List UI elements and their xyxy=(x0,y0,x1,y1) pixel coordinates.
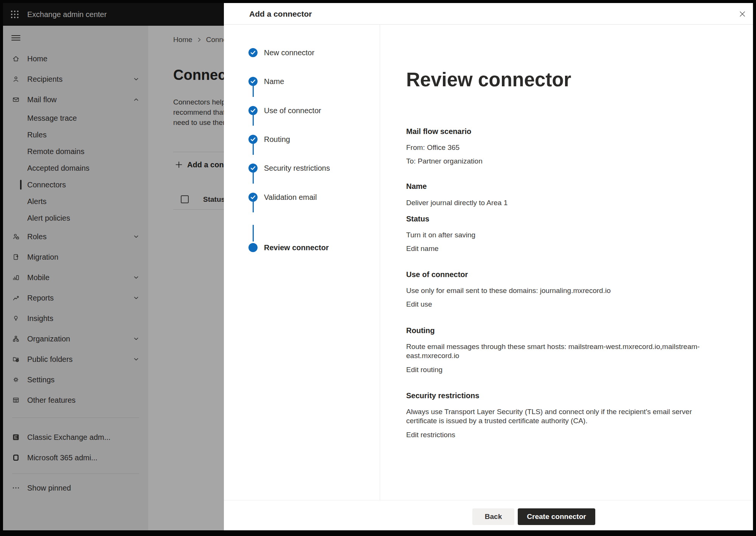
step-check-icon xyxy=(248,193,258,202)
step-label: Name xyxy=(264,77,284,86)
connector-name-value: Deliver journal directly to Area 1 xyxy=(406,198,753,207)
wizard-step-security-restrictions[interactable]: Security restrictions xyxy=(248,164,330,173)
section-title-security-restrictions: Security restrictions xyxy=(406,391,753,400)
wizard-step-new-connector[interactable]: New connector xyxy=(248,48,314,57)
step-label: Use of connector xyxy=(264,106,321,115)
review-content: Review connector Mail flow scenario From… xyxy=(380,25,753,500)
screenshot-frame: Exchange admin center Home Recipients xyxy=(0,0,756,536)
wizard-steps: New connector Name Use of connector Rout… xyxy=(224,25,380,500)
section-title-use-of-connector: Use of connector xyxy=(406,270,753,279)
routing-value-line: Route email messages through these smart… xyxy=(406,342,753,351)
step-label: Routing xyxy=(264,135,290,144)
review-heading: Review connector xyxy=(406,68,753,91)
section-title-mail-flow-scenario: Mail flow scenario xyxy=(406,127,753,136)
panel-title: Add a connector xyxy=(249,3,312,25)
section-title-status: Status xyxy=(406,214,753,223)
step-check-icon xyxy=(248,48,258,57)
close-icon xyxy=(739,10,746,18)
edit-routing-link[interactable]: Edit routing xyxy=(406,365,442,374)
create-connector-button[interactable]: Create connector xyxy=(518,508,595,525)
mail-flow-to: To: Partner organization xyxy=(406,157,753,166)
step-check-icon xyxy=(248,164,258,173)
step-check-icon xyxy=(248,77,258,86)
panel-footer: Back Create connector xyxy=(224,500,753,530)
edit-restrictions-link[interactable]: Edit restrictions xyxy=(406,430,455,439)
step-check-icon xyxy=(248,106,258,115)
panel-header: Add a connector xyxy=(224,3,753,25)
step-label: Review connector xyxy=(264,243,329,252)
wizard-step-name[interactable]: Name xyxy=(248,77,284,86)
use-of-connector-value: Use only for email sent to these domains… xyxy=(406,286,753,295)
edit-name-link[interactable]: Edit name xyxy=(406,244,439,253)
back-button[interactable]: Back xyxy=(472,508,514,525)
step-label: New connector xyxy=(264,48,314,57)
step-connector-line xyxy=(253,225,254,242)
security-value-line: certificate is issued by a trusted certi… xyxy=(406,416,753,425)
mail-flow-from: From: Office 365 xyxy=(406,143,753,152)
wizard-step-review-connector[interactable]: Review connector xyxy=(248,243,329,252)
section-title-routing: Routing xyxy=(406,326,753,335)
step-label: Validation email xyxy=(264,193,317,202)
wizard-step-routing[interactable]: Routing xyxy=(248,135,290,144)
add-connector-panel: Add a connector New connector xyxy=(224,3,753,530)
step-label: Security restrictions xyxy=(264,164,330,173)
close-button[interactable] xyxy=(738,9,747,19)
wizard-step-validation-email[interactable]: Validation email xyxy=(248,193,317,202)
section-title-name: Name xyxy=(406,182,753,191)
step-check-icon xyxy=(248,135,258,144)
exchange-admin-window: Exchange admin center Home Recipients xyxy=(3,3,753,530)
routing-value-line: east.mxrecord.io xyxy=(406,351,753,360)
edit-use-link[interactable]: Edit use xyxy=(406,300,432,309)
wizard-step-use-of-connector[interactable]: Use of connector xyxy=(248,106,321,115)
status-value: Turn it on after saving xyxy=(406,231,753,240)
security-value-line: Always use Transport Layer Security (TLS… xyxy=(406,407,753,416)
step-current-dot xyxy=(248,243,258,252)
